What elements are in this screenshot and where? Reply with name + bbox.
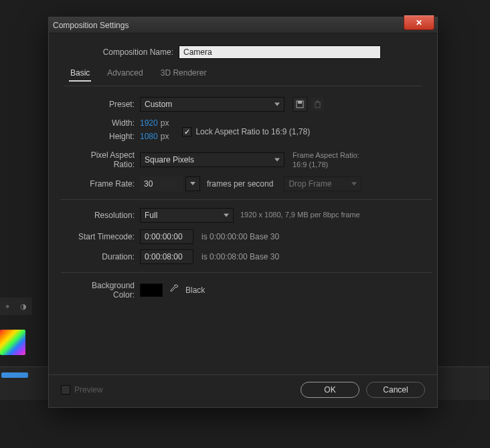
dialog-footer: Preview OK Cancel: [49, 374, 437, 407]
width-label: Width:: [73, 118, 140, 128]
resolution-note: 1920 x 1080, 7,9 MB per 8bpc frame: [240, 210, 360, 219]
preset-label: Preset:: [73, 100, 140, 109]
eyedropper-button[interactable]: [169, 284, 179, 296]
close-icon: ✕: [416, 18, 422, 27]
start-timecode-input[interactable]: 0:00:00:00: [140, 229, 193, 244]
pixel-aspect-label: Pixel Aspect Ratio:: [73, 150, 140, 169]
height-unit: px: [161, 132, 169, 141]
height-label: Height:: [73, 132, 140, 141]
svg-rect-1: [298, 101, 302, 104]
delete-preset-button: [310, 97, 325, 112]
background-color-label: Background Color:: [73, 281, 140, 300]
preview-label: Preview: [74, 385, 103, 395]
composition-name-label: Composition Name:: [64, 47, 179, 57]
composition-settings-dialog: Composition Settings ✕ Composition Name:…: [48, 17, 438, 408]
timeline-left-fragment: [0, 366, 32, 400]
dialog-titlebar[interactable]: Composition Settings ✕: [49, 17, 437, 33]
composition-name-input[interactable]: [179, 45, 381, 59]
resolution-select[interactable]: Full: [140, 208, 234, 223]
tabs: Basic Advanced 3D Renderer: [69, 66, 422, 82]
swatches-panel: [0, 330, 25, 355]
app-toolbar-fragment: ⌖ ◑: [0, 298, 32, 315]
trash-icon: [314, 100, 321, 108]
tab-advanced[interactable]: Advanced: [106, 66, 144, 82]
framerate-label: Frame Rate:: [73, 179, 140, 189]
cancel-button[interactable]: Cancel: [366, 382, 425, 398]
ok-button[interactable]: OK: [301, 382, 359, 398]
lock-aspect-checkbox[interactable]: [182, 127, 191, 136]
duration-input[interactable]: 0:00:08:00: [140, 249, 193, 264]
framerate-input[interactable]: 30: [140, 177, 183, 191]
resolution-label: Resolution:: [73, 211, 140, 220]
width-value[interactable]: 1920: [140, 118, 158, 128]
preset-select[interactable]: Custom: [140, 97, 284, 112]
width-unit: px: [161, 118, 169, 128]
duration-note: is 0:00:08:00 Base 30: [201, 252, 279, 261]
tab-3d-renderer[interactable]: 3D Renderer: [159, 66, 208, 82]
tab-basic[interactable]: Basic: [69, 66, 91, 82]
duration-label: Duration:: [73, 252, 140, 261]
framerate-dropdown[interactable]: [185, 177, 200, 191]
lock-aspect-label: Lock Aspect Ratio to 16:9 (1,78): [195, 127, 310, 136]
eyedropper-icon: [169, 284, 179, 294]
height-value[interactable]: 1080: [140, 132, 158, 141]
drop-frame-select: Drop Frame: [284, 177, 361, 191]
preview-checkbox: [61, 385, 70, 395]
fps-text: frames per second: [207, 179, 273, 189]
save-preset-button[interactable]: [293, 97, 307, 112]
start-timecode-label: Start Timecode:: [73, 232, 140, 241]
palette-icon: ◑: [20, 302, 27, 311]
frame-aspect-note: Frame Aspect Ratio: 16:9 (1,78): [293, 150, 359, 170]
background-color-name: Black: [185, 286, 205, 295]
close-button[interactable]: ✕: [404, 15, 434, 30]
pixel-aspect-select[interactable]: Square Pixels: [140, 152, 284, 167]
background-color-swatch[interactable]: [140, 284, 163, 297]
save-preset-icon: [296, 100, 304, 108]
snapping-icon: ⌖: [5, 302, 9, 311]
start-timecode-note: is 0:00:00:00 Base 30: [201, 232, 279, 241]
dialog-title: Composition Settings: [53, 21, 129, 30]
